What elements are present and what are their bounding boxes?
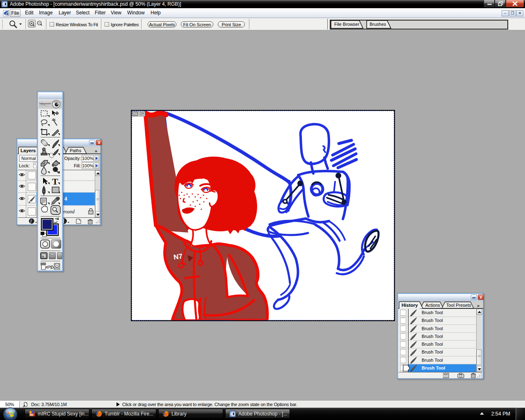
svg-text:Actions: Actions bbox=[425, 303, 441, 308]
svg-text:»: » bbox=[95, 148, 97, 153]
svg-text:Brush Tool: Brush Tool bbox=[422, 326, 443, 331]
svg-text:»: » bbox=[477, 303, 479, 308]
svg-text:Brush Tool: Brush Tool bbox=[422, 358, 443, 363]
svg-text:Brush Tool: Brush Tool bbox=[422, 365, 445, 370]
svg-text:File Browser: File Browser bbox=[334, 22, 359, 27]
svg-text:History: History bbox=[402, 303, 418, 308]
svg-text:Layers: Layers bbox=[21, 148, 36, 153]
svg-text:4: 4 bbox=[64, 196, 67, 202]
svg-text:Brush Tool: Brush Tool bbox=[422, 342, 443, 347]
svg-text:Brushes: Brushes bbox=[370, 22, 386, 27]
svg-text:Paths: Paths bbox=[70, 148, 82, 153]
svg-text:Brush Tool: Brush Tool bbox=[422, 310, 443, 315]
svg-text:Tool Presets: Tool Presets bbox=[446, 303, 471, 308]
svg-text:Brush Tool: Brush Tool bbox=[422, 318, 443, 323]
svg-text:Brush Tool: Brush Tool bbox=[422, 349, 443, 354]
svg-text:T: T bbox=[52, 176, 58, 187]
svg-text:m: m bbox=[30, 413, 33, 417]
svg-text:Brush Tool: Brush Tool bbox=[422, 334, 443, 339]
